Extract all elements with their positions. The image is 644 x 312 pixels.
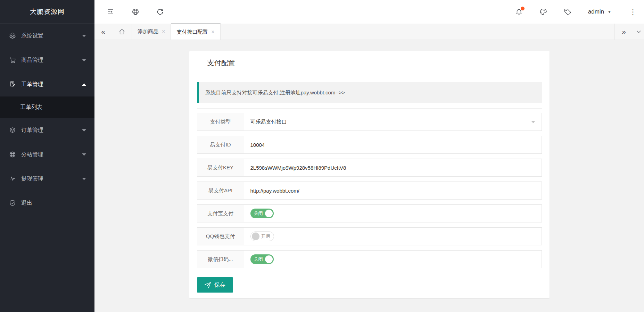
switch-knob (265, 255, 273, 263)
tag-icon[interactable] (564, 8, 571, 16)
notification-dot (521, 7, 525, 10)
sidebar-item-goods[interactable]: 商品管理 (0, 48, 94, 72)
bell-icon[interactable] (515, 8, 523, 16)
alert-text: 系统目前只支持对接可乐易支付,注册地址pay.wobbt.com-->> (206, 90, 345, 96)
topbar: admin ▼ ⋮ (94, 0, 644, 24)
sidebar-item-label: 工单管理 (21, 81, 43, 88)
chevron-up-icon (82, 83, 86, 86)
epay-id-input[interactable] (250, 142, 535, 148)
form-row-wechat-scan: 微信扫码... 关闭 (197, 250, 542, 268)
divider (197, 108, 542, 109)
pay-type-select[interactable]: 可乐易支付接口 (250, 119, 535, 125)
field-label: 微信扫码... (197, 251, 244, 268)
sidebar-item-label: 分站管理 (21, 151, 43, 158)
layers-icon (9, 127, 16, 134)
sidebar: 大鹏资源网 系统设置 商品管理 工单管理 工单列表 订单管理 分 (0, 0, 94, 312)
palette-icon[interactable] (539, 8, 547, 16)
save-button-label: 保存 (214, 281, 225, 289)
switch-knob (265, 210, 273, 217)
save-button[interactable]: 保存 (197, 277, 233, 293)
sidebar-subitem-workorder-list[interactable]: 工单列表 (0, 96, 94, 118)
tabs-scroll-left-button[interactable]: « (94, 24, 112, 40)
user-menu[interactable]: admin ▼ (588, 8, 611, 15)
epay-key-input[interactable] (250, 165, 535, 171)
card-title-divider: 支付配置 (197, 63, 542, 73)
alipay-switch[interactable]: 关闭 (250, 209, 274, 218)
qq-wallet-switch[interactable]: 开启 (250, 231, 274, 241)
chevron-down-icon (531, 121, 535, 123)
tabs-menu-button[interactable] (633, 24, 644, 40)
tabbar-spacer (221, 24, 614, 40)
chevron-down-icon (636, 28, 642, 35)
tab-label: 支付接口配置 (176, 29, 208, 35)
switch-text: 开启 (261, 233, 270, 239)
epay-api-input[interactable] (250, 188, 535, 194)
topbar-right-actions: admin ▼ ⋮ (515, 8, 644, 16)
sidebar-item-system-settings[interactable]: 系统设置 (0, 24, 94, 48)
close-icon[interactable]: × (211, 29, 214, 35)
cart-icon (9, 57, 16, 64)
sidebar-item-withdrawals[interactable]: 提现管理 (0, 167, 94, 191)
sidebar-item-substations[interactable]: 分站管理 (0, 142, 94, 167)
sidebar-item-workorders[interactable]: 工单管理 (0, 72, 94, 96)
sidebar-item-label: 订单管理 (21, 127, 43, 134)
gear-icon (9, 32, 16, 39)
home-icon (118, 28, 125, 35)
chevron-down-icon (82, 153, 86, 156)
field-label: 易支付API (197, 182, 244, 199)
double-chevron-left-icon: « (101, 27, 105, 36)
chevron-down-icon (82, 178, 86, 180)
wechat-scan-switch[interactable]: 关闭 (250, 254, 274, 264)
tab-payment-config[interactable]: 支付接口配置 × (171, 24, 220, 40)
form-row-epay-id: 易支付ID (197, 136, 542, 154)
page-title: 支付配置 (204, 59, 239, 67)
form-row-epay-api: 易支付API (197, 182, 542, 200)
tab-bar: « 添加商品 × 支付接口配置 × » (94, 24, 644, 40)
collapse-sidebar-icon[interactable] (107, 8, 115, 16)
shield-check-icon (9, 200, 16, 206)
switch-text: 关闭 (254, 210, 263, 217)
double-chevron-right-icon: » (622, 27, 626, 36)
refresh-icon[interactable] (156, 8, 164, 16)
chevron-down-icon (82, 59, 86, 61)
close-icon[interactable]: × (162, 28, 165, 35)
field-label: 支付类型 (197, 113, 244, 130)
sidebar-item-label: 退出 (21, 200, 32, 207)
globe-icon[interactable] (132, 8, 139, 16)
select-value: 可乐易支付接口 (250, 119, 287, 125)
chevron-down-icon (82, 35, 86, 37)
field-label: 易支付ID (197, 136, 244, 153)
topbar-left-actions (94, 8, 164, 16)
sidebar-item-label: 工单列表 (20, 104, 42, 111)
app-title: 大鹏资源网 (0, 0, 94, 24)
chevron-down-icon: ▼ (608, 10, 611, 14)
field-label: QQ钱包支付 (197, 228, 244, 245)
switch-text: 关闭 (254, 256, 263, 262)
sidebar-item-orders[interactable]: 订单管理 (0, 118, 94, 142)
field-label: 易支付KEY (197, 159, 244, 176)
form-row-pay-type: 支付类型 可乐易支付接口 (197, 113, 542, 131)
switch-knob (252, 233, 259, 240)
ticket-icon (9, 81, 16, 88)
main-content: 支付配置 系统目前只支持对接可乐易支付,注册地址pay.wobbt.com-->… (94, 40, 644, 312)
form-row-alipay: 支付宝支付 关闭 (197, 204, 542, 222)
tab-label: 添加商品 (138, 28, 158, 35)
sidebar-item-label: 商品管理 (21, 57, 43, 64)
form-row-qq-wallet: QQ钱包支付 开启 (197, 227, 542, 245)
username: admin (588, 8, 604, 15)
send-icon (205, 282, 211, 288)
field-label: 支付宝支付 (197, 205, 244, 222)
home-tab-button[interactable] (112, 24, 132, 40)
form-row-epay-key: 易支付KEY (197, 159, 542, 177)
sidebar-item-logout[interactable]: 退出 (0, 191, 94, 215)
pulse-icon (9, 175, 16, 182)
sidebar-item-label: 提现管理 (21, 175, 43, 183)
sidebar-item-label: 系统设置 (21, 32, 43, 40)
kebab-menu-icon[interactable]: ⋮ (628, 8, 638, 16)
chevron-down-icon (82, 129, 86, 132)
globe-icon (9, 151, 16, 158)
payment-config-card: 支付配置 系统目前只支持对接可乐易支付,注册地址pay.wobbt.com-->… (189, 51, 550, 298)
tab-add-product[interactable]: 添加商品 × (132, 24, 171, 40)
tabs-scroll-right-button[interactable]: » (614, 24, 633, 40)
info-alert: 系统目前只支持对接可乐易支付,注册地址pay.wobbt.com-->> (197, 82, 542, 103)
